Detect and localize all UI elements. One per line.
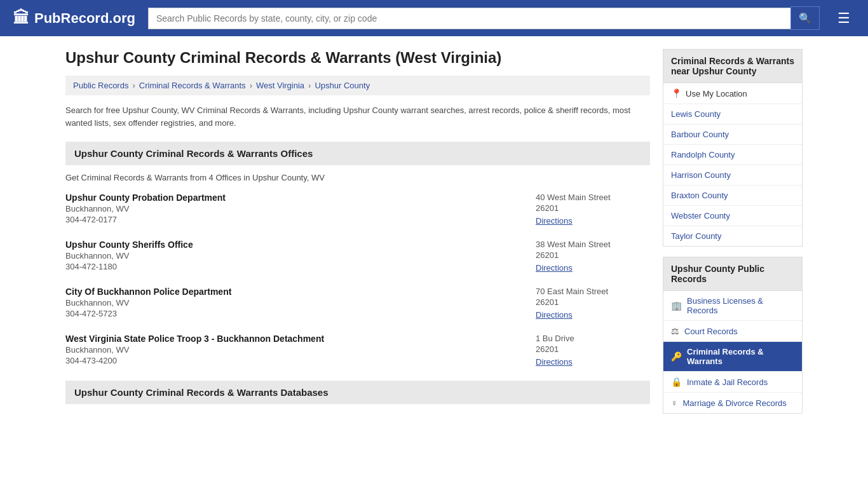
main-container: Upshur County Criminal Records & Warrant… [53,36,815,426]
business-icon: 🏢 [671,301,682,311]
office-city: Buckhannon, WV [65,298,523,308]
public-records-item[interactable]: ♀ Marriage & Divorce Records [663,393,802,413]
nearby-county-link[interactable]: Webster County [671,211,730,220]
search-input[interactable] [148,8,790,29]
office-city: Buckhannon, WV [65,251,523,261]
directions-link[interactable]: Directions [536,310,573,320]
office-phone: 304-472-0177 [65,215,523,224]
nearby-county-link[interactable]: Barbour County [671,130,729,139]
public-records-item[interactable]: 🔒 Inmate & Jail Records [663,372,802,393]
breadcrumb-sep-2: › [250,81,252,90]
office-zip: 26201 [536,250,650,260]
nearby-county-link[interactable]: Braxton County [671,191,728,200]
use-my-location-label: Use My Location [686,89,747,98]
court-icon: ⚖ [671,326,679,336]
marriage-icon: ♀ [671,398,678,408]
office-phone: 304-472-5723 [65,309,523,318]
public-records-link-active[interactable]: Criminal Records & Warrants [687,347,794,366]
office-right: 38 West Main Street 26201 Directions [523,240,650,273]
nearby-list: 📍 Use My Location Lewis County Barbour C… [663,83,802,246]
office-name: Upshur County Probation Department [65,193,523,203]
page-description: Search for free Upshur County, WV Crimin… [65,104,650,129]
logo-text: PubRecord.org [34,10,135,27]
directions-link[interactable]: Directions [536,263,573,273]
office-right: 1 Bu Drive 26201 Directions [523,334,650,367]
office-entry: Upshur County Sheriffs Office Buckhannon… [65,240,650,273]
public-records-item[interactable]: ⚖ Court Records [663,321,802,342]
sidebar-public-records: Upshur County Public Records 🏢 Business … [663,257,803,414]
directions-link[interactable]: Directions [536,216,573,226]
breadcrumb-link-west-virginia[interactable]: West Virginia [256,81,304,90]
office-phone: 304-472-1180 [65,262,523,271]
nearby-county-item[interactable]: Barbour County [663,125,802,145]
page-title: Upshur County Criminal Records & Warrant… [65,49,650,67]
menu-button[interactable]: ☰ [832,8,855,29]
databases-section-header: Upshur County Criminal Records & Warrant… [65,381,650,404]
office-left: City Of Buckhannon Police Department Buc… [65,287,523,320]
nearby-county-item[interactable]: Braxton County [663,186,802,206]
search-area: 🔍 [148,6,820,30]
breadcrumb-sep-1: › [132,81,135,90]
public-records-link[interactable]: Inmate & Jail Records [687,377,768,387]
offices-section-header: Upshur County Criminal Records & Warrant… [65,142,650,165]
site-header: 🏛 PubRecord.org 🔍 ☰ [0,0,868,36]
office-right: 70 East Main Street 26201 Directions [523,287,650,320]
public-records-item-active[interactable]: 🔑 Criminal Records & Warrants [663,342,802,372]
office-city: Buckhannon, WV [65,204,523,214]
office-name: West Virginia State Police Troop 3 - Buc… [65,334,523,344]
nearby-county-link[interactable]: Lewis County [671,109,721,119]
office-address: 70 East Main Street [536,287,650,296]
directions-link[interactable]: Directions [536,357,573,367]
nearby-county-link[interactable]: Harrison County [671,170,731,180]
office-address: 40 West Main Street [536,193,650,202]
sidebar-public-records-header: Upshur County Public Records [663,257,802,291]
office-phone: 304-473-4200 [65,356,523,365]
public-records-list: 🏢 Business Licenses & Records ⚖ Court Re… [663,291,802,413]
nearby-county-item[interactable]: Taylor County [663,226,802,246]
nearby-county-link[interactable]: Taylor County [671,231,721,241]
breadcrumb: Public Records › Criminal Records & Warr… [65,76,650,95]
office-zip: 26201 [536,297,650,307]
public-records-item[interactable]: 🏢 Business Licenses & Records [663,291,802,321]
public-records-link[interactable]: Business Licenses & Records [687,296,794,315]
breadcrumb-link-criminal-records[interactable]: Criminal Records & Warrants [139,81,246,90]
office-entry: Upshur County Probation Department Buckh… [65,193,650,226]
office-address: 1 Bu Drive [536,334,650,343]
nearby-county-link[interactable]: Randolph County [671,150,735,159]
office-zip: 26201 [536,344,650,354]
nearby-county-item[interactable]: Harrison County [663,165,802,186]
office-right: 40 West Main Street 26201 Directions [523,193,650,226]
sidebar-nearby-header: Criminal Records & Warrants near Upshur … [663,50,802,83]
inmate-icon: 🔒 [671,377,682,387]
sidebar: Criminal Records & Warrants near Upshur … [663,49,803,414]
office-zip: 26201 [536,203,650,213]
office-left: West Virginia State Police Troop 3 - Buc… [65,334,523,367]
office-address: 38 West Main Street [536,240,650,249]
offices-count: Get Criminal Records & Warrants from 4 O… [65,173,650,182]
search-button[interactable]: 🔍 [790,6,820,30]
location-icon: 📍 [671,88,682,98]
office-left: Upshur County Sheriffs Office Buckhannon… [65,240,523,273]
site-logo[interactable]: 🏛 PubRecord.org [13,8,135,28]
office-city: Buckhannon, WV [65,345,523,355]
hamburger-icon: ☰ [837,10,850,26]
office-name: Upshur County Sheriffs Office [65,240,523,250]
breadcrumb-sep-3: › [308,81,311,90]
sidebar-nearby: Criminal Records & Warrants near Upshur … [663,49,803,247]
use-my-location-item[interactable]: 📍 Use My Location [663,83,802,104]
breadcrumb-link-public-records[interactable]: Public Records [73,81,128,90]
office-name: City Of Buckhannon Police Department [65,287,523,297]
logo-icon: 🏛 [13,8,29,28]
public-records-link[interactable]: Marriage & Divorce Records [683,398,787,408]
nearby-county-item[interactable]: Webster County [663,206,802,226]
office-entry: City Of Buckhannon Police Department Buc… [65,287,650,320]
search-icon: 🔍 [799,13,811,24]
office-entry: West Virginia State Police Troop 3 - Buc… [65,334,650,367]
main-content: Upshur County Criminal Records & Warrant… [65,49,650,414]
public-records-link[interactable]: Court Records [684,327,738,336]
breadcrumb-link-upshur-county[interactable]: Upshur County [315,81,370,90]
office-left: Upshur County Probation Department Buckh… [65,193,523,226]
nearby-county-item[interactable]: Randolph County [663,145,802,165]
nearby-county-item[interactable]: Lewis County [663,104,802,125]
criminal-icon: 🔑 [671,351,682,362]
